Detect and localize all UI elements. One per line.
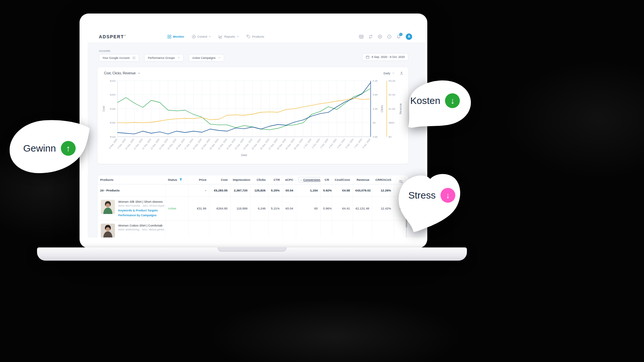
callout-kosten: Kosten ↓ [406,79,472,128]
filters-bar: Accounts Your Google Account Performance… [98,49,408,61]
cell-cr: 0.96% [320,197,332,220]
products-table-card: Products Status Price Cost Impressions C… [98,175,408,237]
nav-products[interactable]: Products [247,35,264,39]
col-cost[interactable]: Cost [209,175,230,184]
cell-ecpc: €0.04 [282,197,296,220]
monitor-grid-icon [167,35,171,39]
col-price[interactable]: Price [188,175,209,184]
chevron-down-icon [209,36,211,37]
header-icons: ? 1 A [359,33,412,40]
svg-text:3.6K: 3.6K [373,135,378,138]
cell-conversions: 60 [296,197,320,220]
nav-control[interactable]: Control [192,35,211,39]
filter-funnel-icon[interactable] [179,178,182,181]
remove-filter-icon[interactable] [132,56,136,60]
account-filter-chip[interactable]: Your Google Account [99,54,139,61]
user-avatar[interactable]: A [406,33,412,40]
summary-crr-acos: 12.26% [372,184,394,197]
svg-text:9 Sep. 2020: 9 Sep. 2020 [117,138,127,149]
chevron-down-icon [392,72,394,74]
summary-price: - [188,184,209,197]
status-badge: Active [165,197,188,220]
reports-icon [219,35,223,39]
product-title: Women Cotton Shirt | Comfortable fi... [118,224,163,227]
download-icon[interactable] [400,71,403,75]
arrow-up-badge: ↑ [61,141,76,156]
chevron-down-icon [237,36,239,37]
summary-impressions: 2,397,720 [230,184,250,197]
notifications-bell-icon[interactable]: 1 [396,34,401,39]
col-revenue[interactable]: Revenue [353,175,372,184]
arrow-down-badge: ↓ [440,188,455,203]
col-conversions[interactable]: ↓ Conversions [296,175,320,184]
cost-clicks-revenue-chart: €140€160€180€200€2203.6K4K4.4K4.8K5.2K€0… [101,78,405,160]
table-row[interactable]: Women Cotton Shirt | Comfortable fi... A… [98,220,408,238]
keywords-targets-link[interactable]: Keywords & Product Targets [118,209,163,212]
nav-reports[interactable]: Reports [219,35,239,39]
active-campaigns-label: Active Campaigns [192,56,216,60]
summary-cost-conv: €4.58 [332,184,353,197]
app-header: ADSPERT™ Monitor Control Reports [88,31,425,43]
adspert-logo: ADSPERT™ [99,34,126,39]
svg-text:€140: €140 [110,135,116,138]
active-campaigns-select[interactable]: Active Campaigns [189,54,224,61]
calendar-icon [366,55,369,59]
stage: ADSPERT™ Monitor Control Reports [0,0,644,362]
svg-text:€1.6K: €1.6K [389,107,396,110]
svg-text:1 Oct. 2020: 1 Oct. 2020 [303,138,312,149]
summary-clicks: 125,826 [250,184,268,197]
table-row[interactable]: Women Silk Shirt | Short sleeves | ... A… [98,197,408,220]
chevron-down-icon [138,72,140,74]
granularity-select[interactable]: Daily [384,71,394,75]
arrow-down-badge: ↓ [445,93,460,108]
cell-impressions: 119,899 [230,197,250,220]
adspert-app: ADSPERT™ Monitor Control Reports [88,31,425,237]
col-crr-acos[interactable]: CRR/ACoS [372,175,394,184]
gewinn-label: Gewinn [23,143,56,154]
performance-groups-label: Performance Groups [148,56,175,60]
sync-icon[interactable] [368,34,373,39]
col-ecpc[interactable]: eCPC [282,175,296,184]
date-range-picker[interactable]: 8 Sep. 2020 - 8 Oct. 2020 [362,53,408,61]
laptop-screen: ADSPERT™ Monitor Control Reports [80,14,427,248]
svg-text:4.8K: 4.8K [373,93,378,96]
stress-label: Stress [408,190,436,201]
table-view-icon[interactable] [359,34,364,39]
product-title: Women Silk Shirt | Short sleeves | ... [118,200,163,203]
main-nav: Monitor Control Reports Products [167,31,264,42]
help-icon[interactable]: ? [387,34,392,39]
nav-monitor[interactable]: Monitor [167,35,184,39]
svg-text:30 Sep. 2020: 30 Sep. 2020 [293,138,304,150]
svg-text:2 Oct. 2020: 2 Oct. 2020 [311,138,320,149]
col-status[interactable]: Status [165,175,188,184]
accounts-label: Accounts [99,49,408,52]
logo-trademark: ™ [124,35,126,37]
svg-text:8 Oct. 2020: 8 Oct. 2020 [362,138,371,149]
arrow-down-icon: ↓ [450,96,455,106]
svg-text:€2.4K: €2.4K [389,93,396,96]
product-meta: ASIN: B01T2vhv54SKU: 5F3z0-02ys5 [118,204,163,207]
svg-text:4 Oct. 2020: 4 Oct. 2020 [328,138,337,149]
callout-stress: Stress ↓ [397,172,462,232]
col-cr[interactable]: CR [320,175,332,184]
control-icon [192,35,196,39]
col-products[interactable]: Products [98,175,165,184]
svg-text:4.4K: 4.4K [373,107,378,110]
chart-metric-select[interactable]: Cost, Clicks, Revenue [104,71,140,75]
granularity-label: Daily [384,71,390,75]
col-clicks[interactable]: Clicks [250,175,268,184]
products-tag-icon [247,35,251,39]
table-header-row: Products Status Price Cost Impressions C… [98,175,408,184]
add-icon[interactable] [378,34,382,39]
performance-groups-select[interactable]: Performance Groups [144,54,184,61]
col-cost-conv[interactable]: Cost/Conv [332,175,353,184]
col-impressions[interactable]: Impressions [230,175,250,184]
col-ctr[interactable]: CTR [268,175,282,184]
svg-text:4K: 4K [373,121,376,124]
date-range-label: 8 Sep. 2020 - 8 Oct. 2020 [372,55,405,59]
svg-text:5.2K: 5.2K [373,79,378,82]
summary-ctr: 5.25% [268,184,282,197]
chevron-down-icon [178,57,180,59]
svg-text:Clicks: Clicks [380,105,384,113]
performance-campaigns-link[interactable]: Performance by Campaigns [118,214,163,217]
